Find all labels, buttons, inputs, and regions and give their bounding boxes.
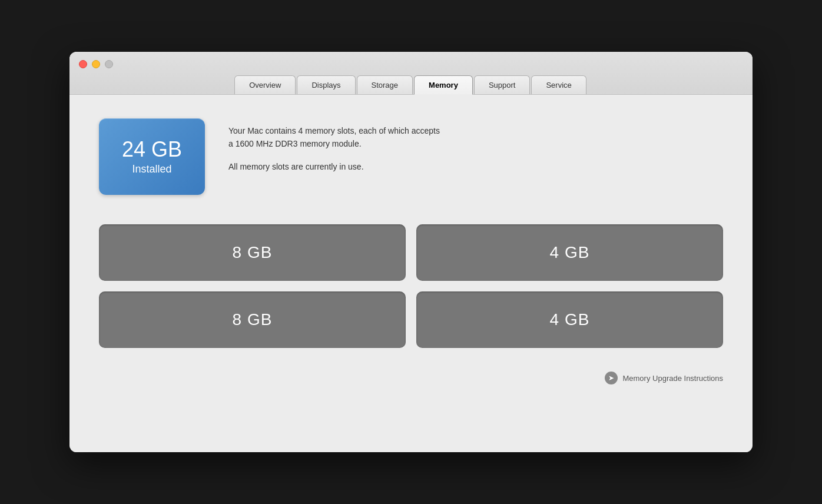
badge-amount: 24 GB xyxy=(122,138,182,161)
main-content: 24 GB Installed Your Mac contains 4 memo… xyxy=(69,95,753,452)
maximize-button[interactable] xyxy=(105,60,113,68)
tab-bar: Overview Displays Storage Memory Support… xyxy=(234,75,588,94)
tab-overview[interactable]: Overview xyxy=(234,75,296,94)
slot-2-value: 4 GB xyxy=(550,243,590,262)
upgrade-instructions-link[interactable]: ➤ Memory Upgrade Instructions xyxy=(605,372,723,384)
tab-service[interactable]: Service xyxy=(531,75,586,94)
window-controls xyxy=(79,60,113,68)
arrow-circle-icon: ➤ xyxy=(605,372,618,384)
upgrade-link-label: Memory Upgrade Instructions xyxy=(622,374,723,383)
memory-slot-1: 8 GB xyxy=(99,224,406,281)
memory-slot-4: 4 GB xyxy=(416,291,723,348)
tab-support[interactable]: Support xyxy=(474,75,531,94)
memory-slot-3: 8 GB xyxy=(99,291,406,348)
slot-4-value: 4 GB xyxy=(550,310,590,329)
minimize-button[interactable] xyxy=(92,60,100,68)
slot-3-value: 8 GB xyxy=(233,310,273,329)
titlebar: Overview Displays Storage Memory Support… xyxy=(69,52,753,95)
close-button[interactable] xyxy=(79,60,87,68)
description-line1: Your Mac contains 4 memory slots, each o… xyxy=(228,124,723,151)
installed-badge: 24 GB Installed xyxy=(99,118,205,195)
tab-memory[interactable]: Memory xyxy=(414,75,473,94)
description-line2: All memory slots are currently in use. xyxy=(228,160,723,173)
memory-slots-grid: 8 GB 4 GB 8 GB 4 GB xyxy=(99,224,723,348)
tab-storage[interactable]: Storage xyxy=(357,75,413,94)
memory-description: Your Mac contains 4 memory slots, each o… xyxy=(228,118,723,183)
tab-displays[interactable]: Displays xyxy=(297,75,355,94)
top-section: 24 GB Installed Your Mac contains 4 memo… xyxy=(99,118,723,195)
app-window: Overview Displays Storage Memory Support… xyxy=(69,52,753,452)
badge-label: Installed xyxy=(132,163,171,175)
slot-1-value: 8 GB xyxy=(233,243,273,262)
footer: ➤ Memory Upgrade Instructions xyxy=(99,372,723,384)
memory-slot-2: 4 GB xyxy=(416,224,723,281)
